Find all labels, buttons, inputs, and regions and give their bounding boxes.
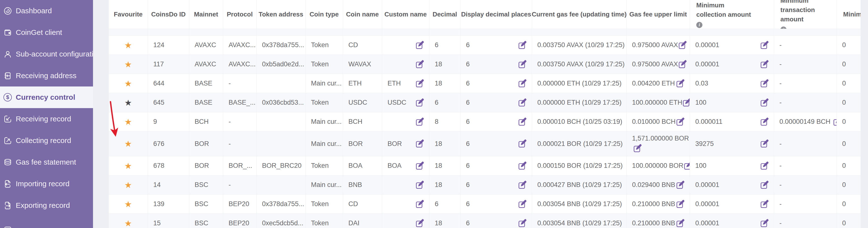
- edit-icon[interactable]: [760, 41, 769, 50]
- edit-icon[interactable]: [760, 60, 769, 69]
- favourite-cell: ★: [109, 93, 148, 112]
- coin-name-cell: CD: [343, 36, 382, 54]
- favourite-star-icon[interactable]: ★: [124, 118, 132, 126]
- edit-icon[interactable]: [518, 219, 527, 228]
- minimum-collection-amount-cell: [690, 29, 774, 35]
- edit-icon[interactable]: [415, 117, 424, 126]
- favourite-star-icon[interactable]: ★: [124, 41, 132, 49]
- edit-icon[interactable]: [760, 161, 769, 170]
- mainnet-cell: BASE: [189, 93, 223, 112]
- info-icon[interactable]: i: [696, 22, 703, 28]
- edit-icon[interactable]: [518, 79, 527, 88]
- sidebar-item-partial[interactable]: [0, 216, 93, 228]
- sidebar-item-importing-record[interactable]: Importing record: [0, 173, 93, 195]
- edit-icon[interactable]: [415, 60, 424, 69]
- favourite-star-icon[interactable]: ★: [124, 60, 132, 69]
- table-row[interactable]: ★ 678 BOR BOR_... BOR_BRC20 Token BOA BO…: [109, 156, 861, 176]
- edit-icon[interactable]: [518, 117, 527, 126]
- address-book-icon: [3, 71, 12, 80]
- token-address-cell: [257, 176, 306, 194]
- edit-icon[interactable]: [518, 181, 527, 189]
- table-row[interactable]: ★ 117 AVAXC AVAXC... 0xb5ad0e2d... Token…: [109, 55, 861, 74]
- edit-icon[interactable]: [833, 117, 837, 126]
- table-row[interactable]: ★ 124 AVAXC AVAXC... 0x378da755... Token…: [109, 36, 861, 55]
- edit-icon[interactable]: [518, 98, 527, 107]
- edit-icon[interactable]: [518, 139, 527, 148]
- edit-icon[interactable]: [415, 79, 424, 88]
- table-row[interactable]: ★ 14 BSC - Main cur... BNB 18 6 0.000427…: [109, 176, 861, 195]
- edit-icon[interactable]: [760, 200, 769, 208]
- edit-icon[interactable]: [676, 117, 685, 126]
- mainnet-cell: BCH: [189, 112, 223, 131]
- sidebar-item-exporting-record[interactable]: Exporting record: [0, 195, 93, 216]
- display-decimal-places-cell: 6: [461, 55, 532, 74]
- sidebar-item-currency-control[interactable]: $ Currency control: [0, 86, 93, 108]
- mainnet-cell: AVAXC: [189, 55, 223, 74]
- sidebar-item-receiving-address[interactable]: Receiving address: [0, 65, 93, 86]
- gas-fee-upper-limit-cell: 0.210000 BNB: [627, 214, 690, 228]
- minimum-collection-amount-cell: 0.00001: [690, 55, 774, 74]
- edit-icon[interactable]: [676, 79, 685, 88]
- import-document-icon: [3, 179, 12, 188]
- table-row[interactable]: ★ 9 BCH - Main cur... BCH 8 6 0.000010 B…: [109, 112, 861, 131]
- edit-icon[interactable]: [676, 200, 685, 208]
- current-gas-fee-cell: 0.000150 BOR (10/29 17:25): [532, 156, 627, 175]
- table-row[interactable]: ★: [109, 29, 861, 36]
- sidebar-item-dashboard[interactable]: Dashboard: [0, 0, 93, 22]
- favourite-star-icon[interactable]: ★: [124, 79, 132, 88]
- column-header-decimal: Decimal: [429, 0, 461, 29]
- edit-icon[interactable]: [682, 98, 690, 107]
- minimum-collection-amount-cell: 0.00001: [690, 36, 774, 54]
- sidebar-item-label: Receiving address: [16, 72, 76, 80]
- sidebar-item-sub-account-configuration[interactable]: Sub-account configuration: [0, 43, 93, 65]
- edit-icon[interactable]: [415, 139, 424, 148]
- sidebar-item-receiving-record[interactable]: Receiving record: [0, 108, 93, 130]
- favourite-star-icon[interactable]: ★: [124, 200, 132, 208]
- info-icon[interactable]: i: [780, 27, 786, 29]
- edit-icon[interactable]: [676, 181, 685, 189]
- protocol-cell: BEP20: [223, 195, 257, 214]
- favourite-star-icon[interactable]: ★: [124, 99, 132, 107]
- edit-icon[interactable]: [676, 219, 685, 228]
- table-row[interactable]: ★ 645 BASE BASE_... 0x036cbd53... Token …: [109, 93, 861, 112]
- table-row[interactable]: ★ 139 BSC BEP20 0x378da755... Token CD 6…: [109, 195, 861, 214]
- edit-icon[interactable]: [633, 144, 642, 153]
- coin-name-cell: [343, 29, 382, 35]
- edit-icon[interactable]: [415, 41, 424, 50]
- edit-icon[interactable]: [760, 219, 769, 228]
- edit-icon[interactable]: [415, 219, 424, 228]
- edit-icon[interactable]: [683, 161, 690, 170]
- sidebar-item-coinget-client[interactable]: CoinGet client: [0, 22, 93, 43]
- edit-icon[interactable]: [415, 181, 424, 189]
- edit-icon[interactable]: [760, 79, 769, 88]
- minimum-collection-amount-cell: 0.03: [690, 74, 774, 93]
- edit-icon[interactable]: [415, 200, 424, 208]
- favourite-star-icon[interactable]: ★: [124, 219, 132, 228]
- edit-icon[interactable]: [518, 200, 527, 208]
- table-row[interactable]: ★ 644 BASE - Main cur... ETH ETH 18 6 0.…: [109, 74, 861, 93]
- edit-icon[interactable]: [518, 161, 527, 170]
- edit-icon[interactable]: [518, 60, 527, 69]
- edit-icon[interactable]: [678, 41, 687, 50]
- favourite-star-icon[interactable]: ★: [124, 181, 132, 189]
- edit-icon[interactable]: [760, 139, 769, 148]
- sidebar-item-collecting-record[interactable]: Collecting record: [0, 130, 93, 151]
- token-address-cell: [257, 131, 306, 156]
- edit-icon[interactable]: [518, 41, 527, 50]
- custom-name-cell: BOA: [382, 156, 429, 175]
- edit-icon[interactable]: [760, 181, 769, 189]
- coinsdo-id-cell: 678: [148, 156, 189, 175]
- edit-icon[interactable]: [415, 161, 424, 170]
- edit-icon[interactable]: [415, 98, 424, 107]
- table-row[interactable]: ★ 676 BOR - Main cur... BOR BOR 18 6 0.0…: [109, 131, 861, 156]
- edit-icon[interactable]: [760, 117, 769, 126]
- edit-icon[interactable]: [678, 60, 687, 69]
- edit-icon[interactable]: [760, 98, 769, 107]
- minimum-transaction-amount-cell: -: [774, 195, 837, 214]
- user-icon: [3, 50, 12, 59]
- favourite-star-icon[interactable]: ★: [124, 162, 132, 170]
- sidebar-item-label: Collecting record: [16, 136, 71, 145]
- favourite-star-icon[interactable]: ★: [124, 140, 132, 148]
- sidebar-item-gas-fee-statement[interactable]: Gas fee statement: [0, 151, 93, 173]
- table-row[interactable]: ★ 15 BSC BEP20 0xec5dcb5d... Token DAI 1…: [109, 214, 861, 228]
